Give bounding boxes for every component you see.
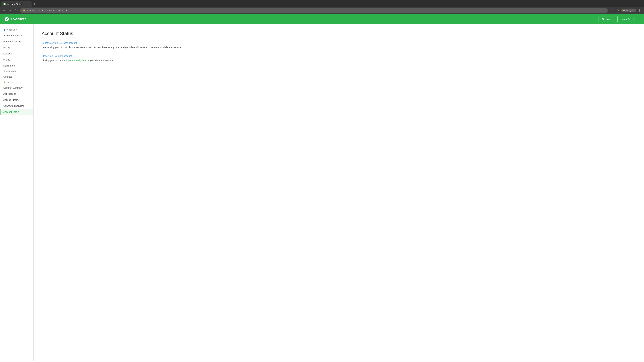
sidebar-item-personal-settings[interactable]: Personal Settings	[0, 38, 33, 44]
incognito-label: Incognito	[626, 9, 634, 11]
close-section: Close your Evernote account Closing your…	[42, 55, 636, 62]
user-menu[interactable]: Lauren Dale Deli ▼	[620, 18, 640, 20]
url-text: evernote.com/secure/CloseAccount.action	[27, 9, 68, 12]
browser-tab[interactable]: Account Status ✕	[1, 1, 32, 7]
forward-button[interactable]: →	[8, 8, 13, 13]
sidebar-item-connected-services[interactable]: Connected Services	[0, 103, 33, 109]
sidebar-item-account-status[interactable]: Account Status	[0, 109, 33, 115]
sidebar-section-security: 🔒 SECURITY	[0, 80, 33, 85]
evernote-logo-icon	[4, 16, 10, 22]
account-section-label: ACCOUNT	[7, 29, 17, 31]
nav-actions: ☆ ⧉ 🕵 Incognito ⋮	[609, 8, 642, 13]
close-account-link[interactable]: Close your Evernote account	[42, 55, 636, 57]
sidebar-item-reminders[interactable]: Reminders	[0, 63, 33, 69]
reload-button[interactable]: ↻	[14, 8, 19, 13]
menu-button[interactable]: ⋮	[637, 8, 642, 13]
sidebar-section-get-more: ⬆ GET MORE	[0, 69, 33, 74]
browser-chrome: Account Status ✕ + ← → ↻ 🔒 evernote.com/…	[0, 0, 644, 14]
content-area: 👤 ACCOUNT Account Summary Personal Setti…	[0, 24, 644, 361]
sidebar: 👤 ACCOUNT Account Summary Personal Setti…	[0, 24, 34, 361]
incognito-badge: 🕵 Incognito	[621, 8, 636, 12]
go-to-notes-button[interactable]: Go to notes	[598, 16, 617, 22]
security-section-icon: 🔒	[3, 81, 6, 83]
close-description: Closing your account will permanently re…	[42, 59, 636, 62]
split-view-button[interactable]: ⧉	[615, 8, 620, 13]
tab-close-button[interactable]: ✕	[27, 3, 30, 5]
main-content: Account Status Deactivate your Evernote …	[34, 24, 644, 361]
browser-tab-bar: Account Status ✕ +	[0, 0, 644, 7]
get-more-section-icon: ⬆	[3, 70, 5, 72]
sidebar-item-devices[interactable]: Devices	[0, 51, 33, 57]
sidebar-item-security-summary[interactable]: Security Summary	[0, 85, 33, 91]
lock-icon: 🔒	[23, 9, 25, 11]
deactivate-account-link[interactable]: Deactivate your Evernote account	[42, 41, 636, 44]
tab-title: Account Status	[8, 3, 26, 5]
deactivate-description: Deactivating your account is not permane…	[42, 45, 636, 49]
browser-nav: ← → ↻ 🔒 evernote.com/secure/CloseAccount…	[0, 7, 644, 14]
app: Evernote Go to notes Lauren Dale Deli ▼ …	[0, 14, 644, 361]
sidebar-item-applications[interactable]: Applications	[0, 91, 33, 97]
sidebar-item-upgrade[interactable]: Upgrade	[0, 74, 33, 80]
logo: Evernote	[4, 16, 26, 22]
back-button[interactable]: ←	[2, 8, 7, 13]
security-section-label: SECURITY	[7, 81, 17, 83]
header-actions: Go to notes Lauren Dale Deli ▼	[598, 16, 640, 22]
address-bar[interactable]: 🔒 evernote.com/secure/CloseAccount.actio…	[20, 8, 608, 13]
deactivate-section: Deactivate your Evernote account Deactiv…	[42, 41, 636, 49]
get-more-section-label: GET MORE	[6, 70, 17, 72]
user-name: Lauren Dale Deli	[620, 18, 637, 20]
close-description-highlight: permanently remove	[68, 59, 90, 62]
sidebar-item-billing[interactable]: Billing	[0, 44, 33, 51]
tab-favicon	[3, 3, 6, 5]
sidebar-section-account: 👤 ACCOUNT	[0, 27, 33, 32]
star-button[interactable]: ☆	[609, 8, 614, 13]
app-header: Evernote Go to notes Lauren Dale Deli ▼	[0, 14, 644, 24]
close-description-part1: Closing your account will	[42, 59, 68, 62]
new-tab-button[interactable]: +	[32, 2, 37, 6]
close-description-part2: your data and content.	[90, 59, 114, 62]
sidebar-item-account-summary[interactable]: Account Summary	[0, 32, 33, 38]
incognito-icon: 🕵	[623, 9, 626, 11]
logo-text: Evernote	[11, 17, 26, 21]
chevron-down-icon: ▼	[638, 18, 640, 20]
page-title: Account Status	[42, 31, 636, 36]
account-section-icon: 👤	[3, 29, 6, 31]
sidebar-item-access-history[interactable]: Access History	[0, 97, 33, 103]
sidebar-item-profile[interactable]: Profile	[0, 57, 33, 63]
